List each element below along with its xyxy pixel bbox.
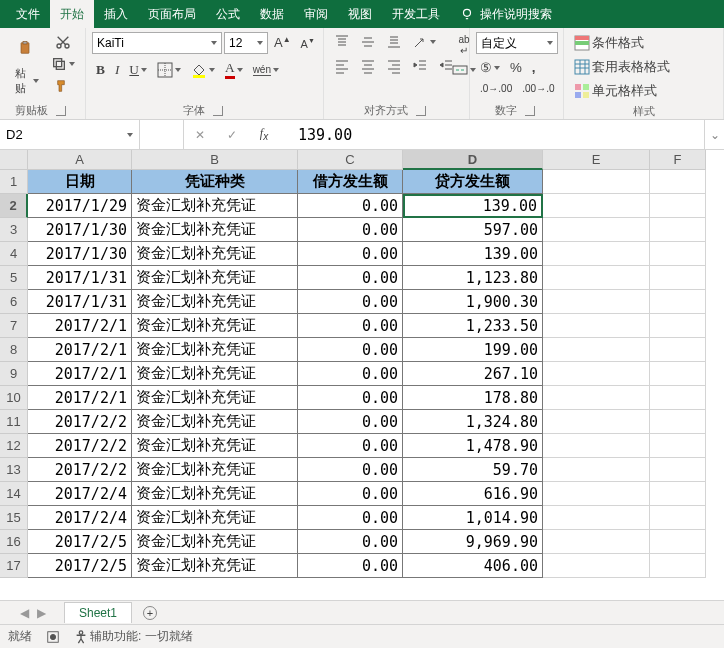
cell[interactable]: 0.00 [298, 386, 403, 410]
menu-insert[interactable]: 插入 [94, 0, 138, 29]
number-format-combo[interactable] [476, 32, 558, 54]
cell[interactable]: 0.00 [298, 554, 403, 578]
increase-decimal-button[interactable]: .0→.00 [476, 81, 516, 96]
cell[interactable]: 资金汇划补充凭证 [132, 482, 298, 506]
cell[interactable]: 267.10 [403, 362, 543, 386]
cell-styles-button[interactable]: 单元格样式 [570, 80, 661, 102]
cell[interactable] [543, 362, 650, 386]
comma-button[interactable]: , [528, 58, 540, 77]
macro-record-icon[interactable] [46, 630, 60, 644]
cell[interactable]: 资金汇划补充凭证 [132, 410, 298, 434]
cell[interactable]: 2017/2/2 [28, 458, 132, 482]
name-box-dropdown[interactable] [127, 133, 133, 137]
cell[interactable]: 1,233.50 [403, 314, 543, 338]
cell[interactable]: 2017/2/5 [28, 554, 132, 578]
row-header-13[interactable]: 13 [0, 458, 28, 482]
cell[interactable]: 0.00 [298, 530, 403, 554]
merge-button[interactable] [448, 60, 480, 80]
currency-button[interactable]: ⑤ [476, 58, 504, 77]
cell[interactable] [543, 218, 650, 242]
increase-font-button[interactable]: A▲ [270, 33, 295, 52]
cell[interactable]: 2017/2/5 [28, 530, 132, 554]
cell[interactable] [650, 530, 706, 554]
cell[interactable] [543, 554, 650, 578]
row-header-5[interactable]: 5 [0, 266, 28, 290]
col-header-D[interactable]: D [403, 150, 543, 170]
cell[interactable]: 0.00 [298, 242, 403, 266]
cell[interactable]: 资金汇划补充凭证 [132, 434, 298, 458]
cell[interactable] [543, 170, 650, 194]
cell[interactable]: 0.00 [298, 410, 403, 434]
paste-button[interactable] [11, 32, 39, 64]
col-header-E[interactable]: E [543, 150, 650, 170]
cell[interactable]: 0.00 [298, 434, 403, 458]
row-header-16[interactable]: 16 [0, 530, 28, 554]
cell[interactable]: 0.00 [298, 218, 403, 242]
bold-button[interactable]: B [92, 60, 109, 80]
spreadsheet[interactable]: ABCDEF1日期凭证种类借方发生额贷方发生额22017/1/29资金汇划补充凭… [0, 150, 724, 600]
cell[interactable]: 资金汇划补充凭证 [132, 386, 298, 410]
cell[interactable] [543, 458, 650, 482]
cell[interactable] [650, 362, 706, 386]
cell[interactable] [650, 218, 706, 242]
cell[interactable]: 1,478.90 [403, 434, 543, 458]
cell[interactable]: 2017/2/1 [28, 386, 132, 410]
align-dialog[interactable] [412, 104, 430, 118]
align-right-button[interactable] [382, 56, 406, 76]
cell[interactable]: 资金汇划补充凭证 [132, 314, 298, 338]
row-header-11[interactable]: 11 [0, 410, 28, 434]
copy-button[interactable] [47, 54, 79, 74]
insert-function[interactable]: fx [248, 126, 280, 142]
add-sheet-button[interactable]: + [132, 605, 168, 621]
cell[interactable] [543, 194, 650, 218]
cell[interactable]: 资金汇划补充凭证 [132, 218, 298, 242]
cell[interactable]: 0.00 [298, 458, 403, 482]
cell[interactable] [543, 410, 650, 434]
cell[interactable]: 178.80 [403, 386, 543, 410]
table-header[interactable]: 借方发生额 [298, 170, 403, 194]
fill-color-button[interactable] [187, 60, 219, 80]
cell[interactable] [650, 482, 706, 506]
row-header-14[interactable]: 14 [0, 482, 28, 506]
col-header-C[interactable]: C [298, 150, 403, 170]
cell[interactable] [650, 506, 706, 530]
paste-dropdown[interactable]: 粘贴 [6, 64, 43, 98]
row-header-15[interactable]: 15 [0, 506, 28, 530]
cell[interactable] [650, 242, 706, 266]
cell[interactable]: 139.00 [403, 242, 543, 266]
sheet-tab-1[interactable]: Sheet1 [64, 602, 132, 623]
row-header-4[interactable]: 4 [0, 242, 28, 266]
cell[interactable] [650, 194, 706, 218]
cell[interactable]: 2017/1/30 [28, 242, 132, 266]
row-header-1[interactable]: 1 [0, 170, 28, 194]
expand-formula-bar[interactable]: ⌄ [704, 120, 724, 149]
align-middle-button[interactable] [356, 32, 380, 52]
menu-file[interactable]: 文件 [6, 0, 50, 29]
decrease-indent-button[interactable] [408, 56, 432, 76]
cell[interactable]: 597.00 [403, 218, 543, 242]
cell[interactable] [650, 170, 706, 194]
row-header-8[interactable]: 8 [0, 338, 28, 362]
cell[interactable]: 199.00 [403, 338, 543, 362]
font-name-input[interactable] [97, 36, 207, 50]
cell[interactable]: 0.00 [298, 482, 403, 506]
phonetic-button[interactable]: wén [249, 62, 283, 78]
wrap-text-button[interactable]: ab↵ [448, 32, 480, 58]
cell[interactable]: 资金汇划补充凭证 [132, 338, 298, 362]
align-bottom-button[interactable] [382, 32, 406, 52]
cell[interactable]: 资金汇划补充凭证 [132, 554, 298, 578]
cell[interactable] [543, 434, 650, 458]
cell[interactable] [650, 434, 706, 458]
row-header-9[interactable]: 9 [0, 362, 28, 386]
sheet-nav-next[interactable]: ▶ [37, 606, 46, 620]
table-header[interactable]: 日期 [28, 170, 132, 194]
row-header-3[interactable]: 3 [0, 218, 28, 242]
cell[interactable]: 0.00 [298, 314, 403, 338]
decrease-font-button[interactable]: A▼ [297, 35, 319, 52]
cell[interactable]: 2017/1/31 [28, 266, 132, 290]
cell[interactable] [543, 338, 650, 362]
tell-me[interactable]: 操作说明搜索 [450, 6, 562, 23]
cell[interactable] [543, 290, 650, 314]
table-header[interactable]: 贷方发生额 [403, 170, 543, 194]
menu-developer[interactable]: 开发工具 [382, 0, 450, 29]
